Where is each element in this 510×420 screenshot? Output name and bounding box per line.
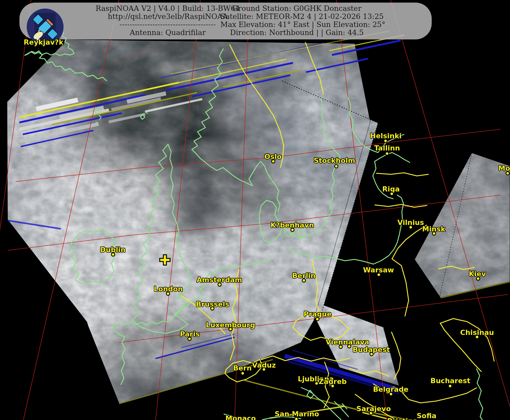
station-info-block: Ground Station: G0GHK Doncaster Satellit… <box>220 4 373 37</box>
satellite-info: Satellite: METEOR-M2 4 | 21-02-2026 13:2… <box>220 12 373 20</box>
ground-station-info: Ground Station: G0GHK Doncaster <box>220 4 373 12</box>
raspinoaa-logo-icon <box>27 9 64 45</box>
direction-info: Direction: Northbound | | Gain: 44.5 <box>220 29 373 37</box>
ground-station-marker <box>159 254 171 266</box>
elevation-info: Max Elevation: 41° East | Sun Elevation:… <box>220 20 373 29</box>
imagery-swaths <box>0 0 510 420</box>
raspinoaa-capture: RaspiNOAA V2 | V4.0 | Build: 13-BW64 htt… <box>0 0 510 420</box>
satellite-map-image <box>0 0 510 420</box>
